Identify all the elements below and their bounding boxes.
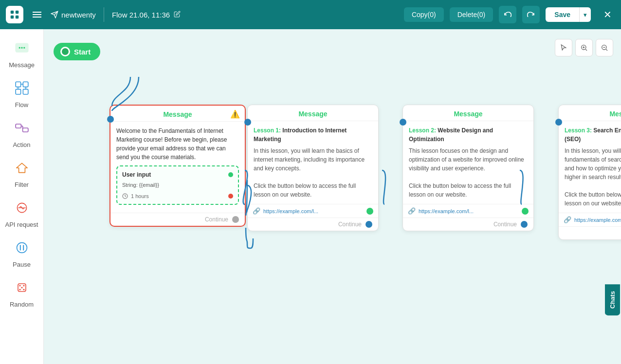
node2-link-row[interactable]: 🔗 https://example.com/l... xyxy=(248,204,378,218)
node2-continue-connector[interactable] xyxy=(365,221,372,228)
timeout-dot xyxy=(228,194,233,199)
node3-title: Lesson 2: Website Design and Optimizatio… xyxy=(409,126,528,144)
header-divider xyxy=(104,7,104,22)
svg-point-10 xyxy=(23,47,25,48)
start-dot xyxy=(60,47,70,56)
svg-point-31 xyxy=(21,287,22,288)
close-button[interactable]: ✕ xyxy=(600,7,615,22)
node2-body: Lesson 1: Introduction to Internet Marke… xyxy=(248,121,378,204)
start-label: Start xyxy=(74,48,91,56)
warning-icon: ⚠️ xyxy=(230,109,240,119)
svg-point-30 xyxy=(23,285,24,286)
zoom-in-button[interactable] xyxy=(575,39,593,56)
node2-link: https://example.com/l... xyxy=(263,208,318,214)
nav-menu-icon[interactable] xyxy=(29,7,45,22)
node1-footer: Continue xyxy=(110,213,245,226)
svg-rect-18 xyxy=(16,124,21,128)
timeout-row: 1 hours xyxy=(122,192,233,200)
chats-sidebar: Chats xyxy=(603,29,621,364)
sidebar-item-flow[interactable]: Flow xyxy=(2,74,41,112)
sidebar-item-api[interactable]: API request xyxy=(2,194,41,232)
svg-rect-2 xyxy=(11,16,14,18)
sidebar-pause-label: Pause xyxy=(13,261,31,268)
node3-link-row[interactable]: 🔗 https://example.com/l... xyxy=(403,204,533,218)
sidebar-item-pause[interactable]: Pause xyxy=(2,234,41,272)
save-dropdown-button[interactable]: ▾ xyxy=(579,7,591,22)
chats-tab[interactable]: Chats xyxy=(605,284,620,315)
node3-body: Lesson 2: Website Design and Optimizatio… xyxy=(403,121,533,204)
link-icon: 🔗 xyxy=(253,207,260,215)
svg-line-39 xyxy=(606,49,607,51)
node4-left-connector[interactable] xyxy=(555,119,562,126)
sidebar-flow-label: Flow xyxy=(15,101,28,109)
flow-icon xyxy=(12,78,32,98)
svg-point-29 xyxy=(19,285,20,286)
pointer-tool[interactable] xyxy=(555,39,572,56)
node2-header: Message xyxy=(248,105,378,121)
zoom-out-button[interactable] xyxy=(596,39,613,56)
svg-point-9 xyxy=(21,47,22,48)
user-input-box[interactable]: User input String: {{email}} 1 hours xyxy=(116,165,239,205)
sidebar-item-random[interactable]: Random xyxy=(2,273,41,311)
node2-link-connector[interactable] xyxy=(366,208,373,215)
start-button[interactable]: Start xyxy=(54,43,100,60)
node1-left-connector[interactable] xyxy=(107,116,114,123)
node2-title: Lesson 1: Introduction to Internet Marke… xyxy=(254,126,372,144)
zoom-controls xyxy=(555,39,613,56)
header: newtwenty Flow 21.06, 11:36 Copy(0) Dele… xyxy=(0,0,621,29)
node2-left-connector[interactable] xyxy=(244,119,251,126)
user-input-value: String: {{email}} xyxy=(122,181,233,189)
svg-rect-14 xyxy=(23,89,28,94)
node-1[interactable]: Message ⚠️ Welcome to the Fundamentals o… xyxy=(110,105,246,227)
svg-rect-12 xyxy=(23,82,28,87)
node1-continue-connector[interactable] xyxy=(232,216,239,223)
link-icon-3: 🔗 xyxy=(408,207,416,215)
svg-line-43 xyxy=(125,196,126,197)
node3-link-connector[interactable] xyxy=(522,208,529,215)
svg-rect-1 xyxy=(16,11,18,14)
undo-button[interactable] xyxy=(499,6,516,23)
node3-continue-connector[interactable] xyxy=(521,221,528,228)
edit-flow-name-icon[interactable] xyxy=(174,11,181,19)
save-group: Save ▾ xyxy=(546,7,591,22)
filter-icon xyxy=(12,158,32,178)
redo-button[interactable] xyxy=(522,6,540,23)
svg-rect-13 xyxy=(16,89,20,94)
sidebar-action-label: Action xyxy=(13,141,30,148)
node-2[interactable]: Message Lesson 1: Introduction to Intern… xyxy=(247,105,379,231)
node-3[interactable]: Message Lesson 2: Website Design and Opt… xyxy=(402,105,534,231)
canvas[interactable]: Start xyxy=(44,29,621,364)
app-logo[interactable] xyxy=(6,6,23,23)
action-icon xyxy=(12,118,32,138)
svg-rect-11 xyxy=(16,82,20,87)
user-input-label: User input xyxy=(122,170,233,179)
sidebar-item-message[interactable]: Message xyxy=(2,34,41,72)
svg-rect-3 xyxy=(16,16,18,18)
svg-point-32 xyxy=(19,289,20,290)
sidebar-item-action[interactable]: Action xyxy=(2,114,41,152)
random-icon xyxy=(12,277,32,298)
api-icon xyxy=(12,198,32,218)
node1-body: Welcome to the Fundamentals of Internet … xyxy=(110,122,245,213)
pause-icon xyxy=(12,237,32,258)
svg-point-8 xyxy=(18,47,20,48)
sidebar-item-filter[interactable]: Filter xyxy=(2,154,41,192)
node3-header: Message xyxy=(403,105,533,121)
sidebar-random-label: Random xyxy=(10,301,34,308)
node3-desc: This lesson focuses on the design and op… xyxy=(409,146,528,199)
node2-desc: In this lesson, you will learn the basic… xyxy=(254,146,372,199)
svg-marker-22 xyxy=(16,163,27,172)
sidebar-message-label: Message xyxy=(9,61,35,69)
workspace-name[interactable]: newtwenty xyxy=(51,11,96,19)
link-icon-4: 🔗 xyxy=(564,216,571,223)
node3-footer: Continue xyxy=(403,218,533,231)
save-button[interactable]: Save xyxy=(546,7,579,22)
sidebar-api-label: API request xyxy=(5,221,38,228)
node3-left-connector[interactable] xyxy=(400,119,406,126)
node2-footer: Continue xyxy=(248,218,378,231)
svg-line-35 xyxy=(585,49,587,51)
delete-button[interactable]: Delete(0) xyxy=(450,7,493,22)
copy-button[interactable]: Copy(0) xyxy=(404,7,444,22)
svg-rect-19 xyxy=(22,128,28,132)
sidebar-filter-label: Filter xyxy=(15,181,29,188)
